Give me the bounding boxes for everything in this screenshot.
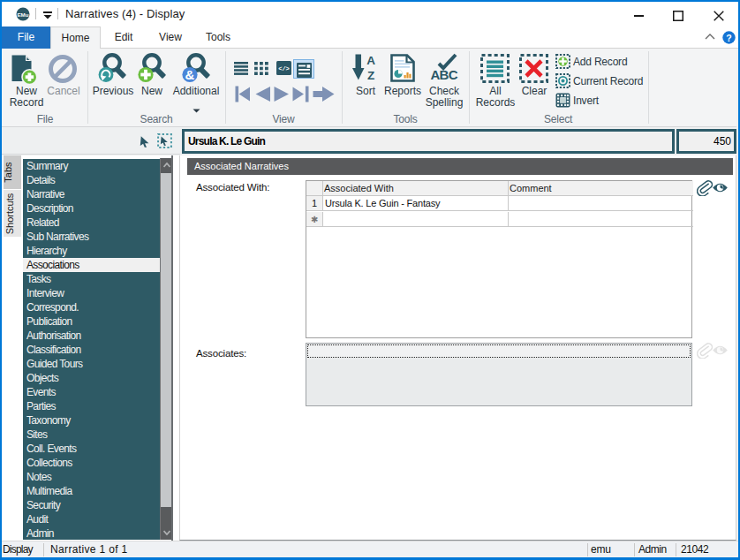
svg-text:&: & [185, 67, 195, 82]
svg-text:A: A [366, 54, 375, 67]
svg-text:EMu: EMu [17, 11, 28, 18]
svg-text:ABC: ABC [431, 67, 458, 81]
svg-text:Z: Z [367, 69, 374, 80]
svg-text:</>: </> [278, 65, 290, 72]
svg-text:?: ? [726, 33, 731, 43]
